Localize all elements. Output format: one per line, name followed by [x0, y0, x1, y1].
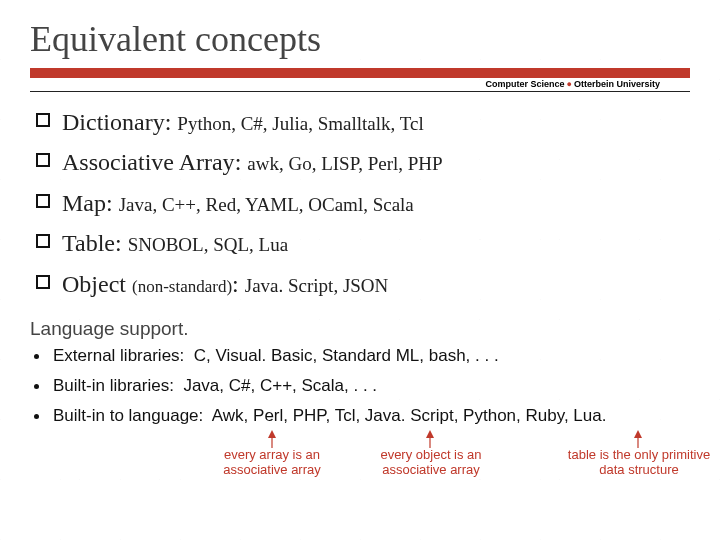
concept-text: Table: SNOBOL, SQL, Lua [62, 227, 288, 259]
checkbox-icon [36, 194, 50, 208]
concept-name: Associative Array [62, 149, 235, 175]
support-heading: Language support. [30, 318, 690, 340]
concept-list: Dictionary: Python, C#, Julia, Smalltalk… [30, 106, 690, 300]
svg-marker-5 [634, 430, 642, 438]
list-item: Built-in libraries: Java, C#, C++, Scala… [34, 376, 690, 396]
list-item: Built-in to language: Awk, Perl, PHP, Tc… [34, 406, 690, 426]
bullet-icon [34, 354, 39, 359]
concept-text: Dictionary: Python, C#, Julia, Smalltalk… [62, 106, 424, 138]
concept-detail: awk, Go, LISP, Perl, PHP [247, 153, 442, 174]
concept-text: Map: Java, C++, Red, YAML, OCaml, Scala [62, 187, 414, 219]
concept-name: Dictionary [62, 109, 165, 135]
concept-detail: Java. Script, JSON [245, 275, 389, 296]
list-item: Associative Array: awk, Go, LISP, Perl, … [36, 146, 690, 178]
bullet-icon [34, 414, 39, 419]
arrow-icon [420, 430, 440, 448]
list-item: Dictionary: Python, C#, Julia, Smalltalk… [36, 106, 690, 138]
concept-text: Object (non-standard): Java. Script, JSO… [62, 268, 388, 300]
concept-name: Object [62, 271, 126, 297]
support-label: Built-in libraries: [53, 376, 174, 395]
support-text: Built-in to language: Awk, Perl, PHP, Tc… [53, 406, 606, 426]
annotation-row: every array is an associative array ever… [30, 436, 690, 506]
support-text: Built-in libraries: Java, C#, C++, Scala… [53, 376, 377, 396]
list-item: External libraries: C, Visual. Basic, St… [34, 346, 690, 366]
annotation: table is the only primitive data structu… [564, 448, 714, 478]
slide: Equivalent concepts Computer Science ● O… [0, 0, 720, 540]
concept-detail: SNOBOL, SQL, Lua [128, 234, 288, 255]
list-item: Object (non-standard): Java. Script, JSO… [36, 268, 690, 300]
checkbox-icon [36, 275, 50, 289]
concept-name: Map [62, 190, 106, 216]
concept-paren: (non-standard) [132, 277, 232, 296]
annotation: every object is an associative array [368, 448, 494, 478]
concept-name: Table [62, 230, 115, 256]
arrow-icon [262, 430, 282, 448]
sub-rule: Computer Science ● Otterbein University [30, 78, 690, 92]
support-label: External libraries: [53, 346, 184, 365]
support-langs: Awk, Perl, PHP, Tcl, Java. Script, Pytho… [212, 406, 607, 425]
org-left: Computer Science [486, 79, 565, 89]
svg-marker-1 [268, 430, 276, 438]
concept-text: Associative Array: awk, Go, LISP, Perl, … [62, 146, 443, 178]
org-right: Otterbein University [574, 79, 660, 89]
checkbox-icon [36, 113, 50, 127]
bullet-icon [34, 384, 39, 389]
support-text: External libraries: C, Visual. Basic, St… [53, 346, 499, 366]
concept-detail: Python, C#, Julia, Smalltalk, Tcl [177, 113, 423, 134]
list-item: Table: SNOBOL, SQL, Lua [36, 227, 690, 259]
svg-marker-3 [426, 430, 434, 438]
red-bar [30, 68, 690, 78]
checkbox-icon [36, 234, 50, 248]
dot-icon: ● [567, 79, 572, 89]
checkbox-icon [36, 153, 50, 167]
concept-detail: Java, C++, Red, YAML, OCaml, Scala [119, 194, 414, 215]
title-rule: Computer Science ● Otterbein University [30, 68, 690, 92]
support-langs: Java, C#, C++, Scala, . . . [183, 376, 377, 395]
support-label: Built-in to language: [53, 406, 203, 425]
support-langs: C, Visual. Basic, Standard ML, bash, . .… [194, 346, 499, 365]
list-item: Map: Java, C++, Red, YAML, OCaml, Scala [36, 187, 690, 219]
support-list: External libraries: C, Visual. Basic, St… [30, 346, 690, 426]
page-title: Equivalent concepts [30, 18, 690, 60]
arrow-icon [628, 430, 648, 448]
annotation: every array is an associative array [212, 448, 332, 478]
